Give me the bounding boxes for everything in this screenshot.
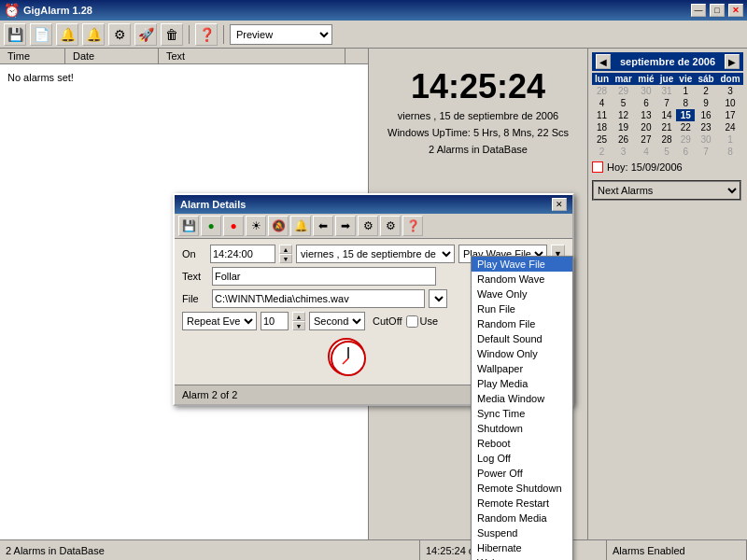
cal-cell[interactable]: 13 <box>635 109 657 121</box>
cal-cell[interactable]: 11 <box>592 109 612 121</box>
cal-cell[interactable]: 15 <box>676 109 695 121</box>
cal-cell[interactable]: 7 <box>695 146 717 158</box>
dlg-save[interactable]: 💾 <box>178 216 199 236</box>
dd-wallpaper[interactable]: Wallpaper <box>472 361 572 376</box>
minimize-button[interactable]: — <box>691 4 706 17</box>
col-time[interactable]: Time <box>0 49 65 63</box>
cal-cell[interactable]: 19 <box>612 121 635 133</box>
file-select[interactable]: ▼ <box>429 289 447 308</box>
dlg-gear2[interactable]: ⚙ <box>380 216 401 236</box>
cal-cell[interactable]: 22 <box>676 121 695 133</box>
dd-reboot[interactable]: Reboot <box>472 436 572 451</box>
date-select[interactable]: viernes , 15 de septiembre de 20 <box>296 245 455 263</box>
cal-cell[interactable]: 2 <box>592 146 612 158</box>
dd-random-wave[interactable]: Random Wave <box>472 272 572 287</box>
dlg-mute[interactable]: 🔕 <box>268 216 289 236</box>
cal-cell[interactable]: 28 <box>592 85 612 97</box>
text-input[interactable] <box>212 267 436 286</box>
dd-sync-time[interactable]: Sync Time <box>472 406 572 421</box>
cal-cell[interactable]: 25 <box>592 133 612 146</box>
maximize-button[interactable]: □ <box>710 4 725 17</box>
toolbar-bell1[interactable]: 🔔 <box>56 23 78 46</box>
calendar-next[interactable]: ▶ <box>725 54 740 69</box>
on-time-up[interactable]: ▲ <box>279 245 292 254</box>
on-time-input[interactable] <box>210 245 275 263</box>
cal-cell[interactable]: 23 <box>695 121 717 133</box>
cal-cell[interactable]: 27 <box>635 133 657 146</box>
dd-remote-restart[interactable]: Remote Restart <box>472 496 572 511</box>
dd-wave-only[interactable]: Wave Only <box>472 287 572 301</box>
cal-cell[interactable]: 8 <box>676 97 695 109</box>
dd-power-off[interactable]: Power Off <box>472 466 572 481</box>
repeat-up[interactable]: ▲ <box>292 312 305 321</box>
dlg-enable[interactable]: ● <box>201 216 221 236</box>
repeat-every-select[interactable]: Repeat Every <box>182 312 257 330</box>
dd-shutdown[interactable]: Shutdown <box>472 421 572 436</box>
cal-cell[interactable]: 7 <box>657 97 677 109</box>
cal-cell[interactable]: 30 <box>635 85 657 97</box>
cal-cell[interactable]: 30 <box>695 133 717 146</box>
cal-cell[interactable]: 28 <box>657 133 677 146</box>
toolbar-delete[interactable]: 🗑 <box>161 23 183 46</box>
calendar-prev[interactable]: ◀ <box>596 54 611 69</box>
cal-cell[interactable]: 1 <box>676 85 695 97</box>
dd-default-sound[interactable]: Default Sound <box>472 331 572 346</box>
cal-cell[interactable]: 12 <box>612 109 635 121</box>
dd-play-media[interactable]: Play Media <box>472 376 572 391</box>
next-alarms-select[interactable]: Next Alarms <box>592 180 741 201</box>
cal-cell[interactable]: 29 <box>676 133 695 146</box>
cal-cell[interactable]: 3 <box>612 146 635 158</box>
cal-cell[interactable]: 3 <box>717 85 743 97</box>
close-button[interactable]: ✕ <box>728 4 743 17</box>
cal-cell[interactable]: 20 <box>635 121 657 133</box>
dialog-close[interactable]: ✕ <box>552 198 567 211</box>
toolbar-new[interactable]: 💾 <box>4 23 26 46</box>
dd-run-file[interactable]: Run File <box>472 301 572 316</box>
dlg-help[interactable]: ❓ <box>402 216 423 236</box>
cal-cell[interactable]: 29 <box>612 85 635 97</box>
toolbar-help[interactable]: ❓ <box>195 23 218 46</box>
cal-cell[interactable]: 14 <box>657 109 677 121</box>
dlg-disable[interactable]: ● <box>223 216 244 236</box>
preview-select[interactable]: Preview <box>230 24 332 45</box>
dd-wake[interactable]: Wake <box>472 555 572 560</box>
cal-cell[interactable]: 16 <box>695 109 717 121</box>
cal-cell[interactable]: 5 <box>612 97 635 109</box>
dd-suspend[interactable]: Suspend <box>472 525 572 540</box>
cal-cell[interactable]: 9 <box>695 97 717 109</box>
cal-cell[interactable]: 21 <box>657 121 677 133</box>
dlg-gear1[interactable]: ⚙ <box>358 216 378 236</box>
cal-cell[interactable]: 4 <box>635 146 657 158</box>
dd-window-only[interactable]: Window Only <box>472 346 572 361</box>
cal-cell[interactable]: 4 <box>592 97 612 109</box>
toolbar-bell2[interactable]: 🔔 <box>82 23 105 46</box>
dlg-prev[interactable]: ⬅ <box>313 216 333 236</box>
dd-hibernate[interactable]: Hibernate <box>472 540 572 555</box>
cal-cell[interactable]: 24 <box>717 121 743 133</box>
cal-cell[interactable]: 1 <box>717 133 743 146</box>
col-text[interactable]: Text <box>159 49 345 63</box>
dlg-sun[interactable]: ☀ <box>246 216 266 236</box>
dd-play-wave[interactable]: Play Wave File <box>472 257 572 272</box>
repeat-unit-select[interactable]: Seconds <box>309 312 365 330</box>
toolbar-gear[interactable]: ⚙ <box>108 23 131 46</box>
cal-cell[interactable]: 18 <box>592 121 612 133</box>
dlg-bell[interactable]: 🔔 <box>290 216 311 236</box>
cal-cell[interactable]: 5 <box>657 146 677 158</box>
cal-cell[interactable]: 26 <box>612 133 635 146</box>
repeat-value-input[interactable] <box>261 312 289 330</box>
dd-log-off[interactable]: Log Off <box>472 451 572 466</box>
cal-cell[interactable]: 17 <box>717 109 743 121</box>
cal-cell[interactable]: 31 <box>657 85 677 97</box>
col-date[interactable]: Date <box>65 49 159 63</box>
on-time-down[interactable]: ▼ <box>279 254 292 263</box>
file-input[interactable] <box>212 289 425 308</box>
cal-cell[interactable]: 2 <box>695 85 717 97</box>
cal-cell[interactable]: 10 <box>717 97 743 109</box>
dd-media-window[interactable]: Media Window <box>472 391 572 406</box>
repeat-down[interactable]: ▼ <box>292 321 305 330</box>
dd-remote-shutdown[interactable]: Remote Shutdown <box>472 481 572 496</box>
toolbar-open[interactable]: 📄 <box>30 23 52 46</box>
dd-random-file[interactable]: Random File <box>472 316 572 331</box>
toolbar-run[interactable]: 🚀 <box>134 23 157 46</box>
